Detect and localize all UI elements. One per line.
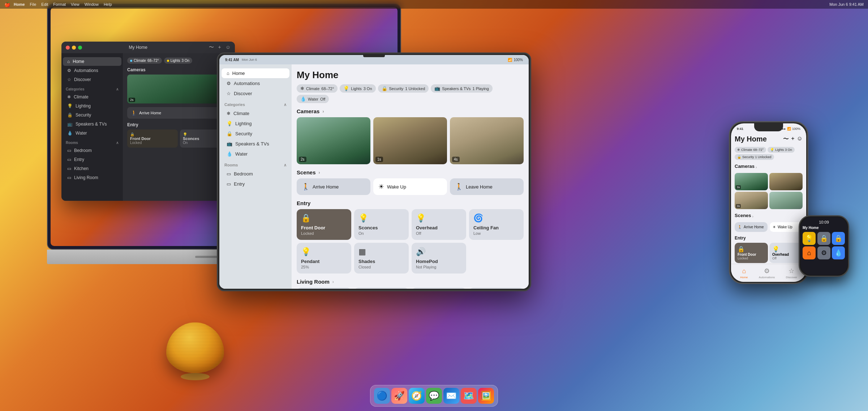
- mac-plus-icon[interactable]: +: [218, 44, 221, 51]
- ipad-scene-leave-home[interactable]: 🚶 Leave Home: [450, 178, 524, 195]
- ipad-scene-wake-up[interactable]: ☀ Wake Up: [373, 178, 447, 195]
- ipad-sidebar-water[interactable]: 💧 Water: [222, 149, 289, 159]
- ipad-categories-chevron[interactable]: ∧: [284, 102, 287, 107]
- iphone-scenes-header[interactable]: Scenes ›: [735, 213, 803, 220]
- ipad-shades-card[interactable]: ▦ Shades Closed: [354, 243, 409, 274]
- dock-mail[interactable]: ✉️: [443, 388, 459, 404]
- ipad-chip-water[interactable]: 💧 Water Off: [297, 95, 329, 103]
- ipad-chip-climate[interactable]: ❄ Climate 68–72°: [297, 84, 338, 93]
- iphone-chip-climate[interactable]: ❄ Climate 68–72°: [735, 147, 766, 153]
- ipad-ceiling-lights-card[interactable]: 💡 Ceiling Lights 90% Off: [354, 288, 409, 289]
- mac-scene-arrive-home[interactable]: 🚶 Arrive Home: [127, 107, 231, 119]
- homepod-top-surface[interactable]: [181, 373, 210, 380]
- dock-finder[interactable]: 🔵: [374, 388, 390, 404]
- iphone-cam-indoor[interactable]: 3s: [735, 192, 768, 209]
- dock-maps[interactable]: 🗺️: [461, 388, 477, 404]
- watch-btn-settings[interactable]: ⚙: [817, 246, 830, 259]
- mac-sidebar-bedroom[interactable]: ▭ Bedroom: [63, 146, 121, 155]
- iphone-scene-arrive-home[interactable]: 🚶 Arrive Home: [735, 222, 768, 232]
- dock-photos[interactable]: 🖼️: [478, 388, 494, 404]
- ipad-sidebar-entry[interactable]: ▭ Entry: [222, 179, 289, 189]
- mac-categories-chevron[interactable]: ∧: [116, 87, 119, 91]
- menubar-format[interactable]: Format: [53, 2, 66, 7]
- iphone-tab-home[interactable]: ⌂ Home: [740, 267, 748, 279]
- ipad-sidebar-bedroom[interactable]: ▭ Bedroom: [222, 169, 289, 179]
- mac-sidebar-entry[interactable]: ▭ Entry: [63, 155, 121, 164]
- ipad-cameras-header[interactable]: Cameras ›: [297, 108, 524, 114]
- mac-minimize-button[interactable]: [72, 46, 76, 50]
- iphone-emoji-icon[interactable]: ☺: [797, 135, 803, 143]
- mac-sidebar-security[interactable]: 🔒 Security: [63, 111, 121, 119]
- ipad-chip-security[interactable]: 🔒 Security 1 Unlocked: [378, 84, 429, 93]
- ipad-sidebar-discover[interactable]: ☆ Discover: [222, 89, 289, 98]
- mac-sidebar-water[interactable]: 💧 Water: [63, 129, 121, 137]
- ipad-sidebar-speakers-tvs[interactable]: 📺 Speakers & TVs: [222, 139, 289, 149]
- iphone-tab-discover[interactable]: ☆ Discover: [786, 267, 797, 279]
- mac-sidebar-kitchen[interactable]: ▭ Kitchen: [63, 164, 121, 173]
- watch-btn-lights[interactable]: 💡: [803, 232, 816, 245]
- watch-btn-lock[interactable]: 🔒: [817, 232, 830, 245]
- mac-front-door-card[interactable]: 🔒 Front Door Locked: [127, 130, 178, 148]
- ipad-scenes-header[interactable]: Scenes ›: [297, 169, 524, 175]
- ipad-living-room-header[interactable]: Living Room ›: [297, 279, 524, 285]
- iphone-chip-security[interactable]: 🔒 Security 1 Unlocked: [735, 154, 774, 160]
- iphone-chip-lights[interactable]: 💡 Lights 3 On: [768, 147, 795, 153]
- ipad-sidebar-climate[interactable]: ❄ Climate: [222, 109, 289, 118]
- mac-wave-icon[interactable]: 〜: [209, 44, 214, 51]
- iphone-overhead-card[interactable]: 💡 Overhead Off: [769, 243, 803, 263]
- mac-emoji-icon[interactable]: ☺: [225, 44, 231, 51]
- ipad-sconces-card[interactable]: 💡 Sconces On: [354, 209, 409, 240]
- ipad-sidebar-automations[interactable]: ⚙ Automations: [222, 79, 289, 88]
- iphone-cam-patio[interactable]: [769, 173, 803, 190]
- ipad-homepod-card[interactable]: 🔊 HomePod Not Playing: [412, 243, 466, 274]
- mac-sidebar-lighting[interactable]: 💡 Lighting: [63, 102, 121, 110]
- menubar-edit[interactable]: Edit: [41, 2, 48, 7]
- watch-btn-water[interactable]: 💧: [832, 246, 845, 259]
- ipad-thermostat-card[interactable]: 68° Thermostat Heating to 70: [297, 288, 351, 289]
- menubar-home[interactable]: Home: [14, 2, 25, 7]
- ipad-sidebar-lighting[interactable]: 💡 Lighting: [222, 119, 289, 128]
- mac-sidebar-speakers-tvs[interactable]: 📺 Speakers & TVs: [63, 120, 121, 128]
- mac-chip-climate[interactable]: Climate 68–72°: [127, 58, 162, 64]
- iphone-plus-icon[interactable]: +: [791, 135, 794, 143]
- ipad-smart-fan-card[interactable]: 🌀 Smart Fan Off: [412, 288, 466, 289]
- ipad-sidebar-home[interactable]: ⌂ Home: [222, 68, 289, 78]
- menubar-view[interactable]: View: [71, 2, 80, 7]
- ipad-accent-lights-card[interactable]: 💡 Accent Lights Off: [469, 288, 524, 289]
- dock-safari[interactable]: 🧭: [409, 388, 425, 404]
- mac-sidebar-living-room[interactable]: ▭ Living Room: [63, 173, 121, 182]
- menubar-window[interactable]: Window: [85, 2, 99, 7]
- ipad-ceiling-fan-card[interactable]: 🌀 Ceiling Fan Low: [469, 209, 524, 240]
- ipad-front-door-card[interactable]: 🔒 Front Door Locked: [297, 209, 351, 240]
- dock-messages[interactable]: 💬: [426, 388, 442, 404]
- iphone-scene-wake-up[interactable]: ☀ Wake Up: [770, 222, 803, 232]
- ipad-cam-pool[interactable]: 2s: [297, 117, 370, 164]
- iphone-entry-section-title[interactable]: Entry: [735, 236, 803, 241]
- ipad-scene-arrive-home[interactable]: 🚶 Arrive Home: [297, 178, 370, 195]
- ipad-cam-indoor[interactable]: 4s: [450, 117, 524, 164]
- watch-btn-home[interactable]: ⌂: [803, 246, 816, 259]
- ipad-chip-lights[interactable]: 💡 Lights 3 On: [340, 84, 375, 93]
- ipad-chip-speakers[interactable]: 📺 Speakers & TVs 1 Playing: [431, 84, 493, 93]
- mac-rooms-chevron[interactable]: ∧: [116, 141, 119, 145]
- ipad-overhead-card[interactable]: 💡 Overhead Off: [412, 209, 466, 240]
- iphone-tab-automations[interactable]: ⚙ Automations: [759, 267, 775, 279]
- dock-launchpad[interactable]: 🚀: [391, 388, 407, 404]
- ipad-rooms-chevron[interactable]: ∧: [284, 163, 287, 168]
- iphone-cam-pool[interactable]: 3s: [735, 173, 768, 190]
- menubar-file[interactable]: File: [30, 2, 36, 7]
- mac-chip-lights[interactable]: Lights 3 On: [164, 58, 192, 64]
- iphone-cameras-header[interactable]: Cameras ›: [735, 164, 803, 171]
- menubar-help[interactable]: Help: [104, 2, 112, 7]
- mac-cameras-row[interactable]: 2s: [127, 75, 231, 103]
- ipad-cam-patio[interactable]: 1s: [373, 117, 447, 164]
- iphone-front-door-card[interactable]: 🔒 Front Door Locked: [735, 243, 768, 263]
- apple-menu-icon[interactable]: 🍎: [4, 2, 10, 7]
- mac-sidebar-home[interactable]: ⌂ Home: [63, 57, 121, 66]
- mac-sidebar-automations[interactable]: ⚙ Automations: [63, 66, 121, 75]
- mac-close-button[interactable]: [66, 46, 70, 50]
- mac-sidebar-discover[interactable]: ☆ Discover: [63, 75, 121, 84]
- iphone-cam-fourth[interactable]: [769, 192, 803, 209]
- ipad-sidebar-security[interactable]: 🔒 Security: [222, 129, 289, 139]
- watch-btn-security[interactable]: 🔒: [832, 232, 845, 245]
